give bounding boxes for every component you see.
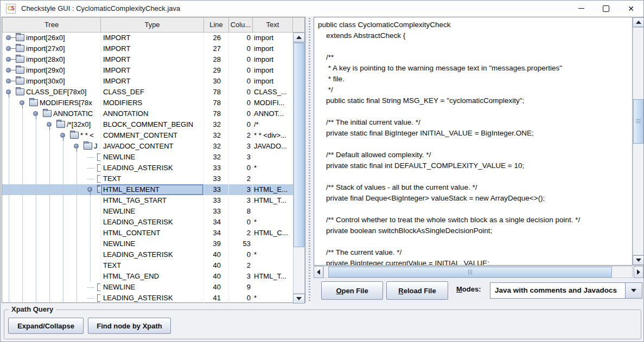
column-cell: 0 (229, 76, 253, 87)
expand-toggle-icon[interactable] (87, 187, 92, 192)
column-cell: 9 (229, 282, 253, 293)
tree-table-row[interactable]: NEWLINE409 (2, 282, 293, 293)
tree-guide-line (49, 228, 50, 238)
type-cell: LEADING_ASTERISK (101, 293, 204, 304)
collapse-toggle-icon[interactable] (6, 68, 11, 73)
tree-node-label: import[26x0] (26, 33, 65, 43)
header-cell-tree[interactable]: Tree (2, 17, 101, 33)
collapse-toggle-icon[interactable] (6, 35, 11, 40)
open-file-button[interactable]: Open File (321, 281, 383, 300)
tree-table-row[interactable]: import[28x0]IMPORT280import (2, 54, 293, 65)
find-node-by-xpath-button[interactable]: Find node by Xpath (88, 318, 171, 334)
tree-table-row[interactable]: HTML_ELEMENT333HTML_E... (2, 184, 293, 195)
editor-vscrollbar-thumb[interactable] (633, 99, 643, 144)
tree-cell: import[27x0] (2, 43, 101, 54)
reload-file-button[interactable]: Reload File (386, 281, 448, 300)
minimize-button[interactable] (569, 1, 594, 16)
tree-table-row[interactable]: TEXT332 (2, 173, 293, 184)
leaf-icon (97, 294, 101, 302)
tree-table-row[interactable]: import[29x0]IMPORT290import (2, 65, 293, 76)
tree-table-row[interactable]: NEWLINE3953 (2, 238, 293, 249)
code-text: public class CyclomaticComplexityCheck e… (314, 17, 632, 266)
editor-horizontal-scrollbar[interactable] (314, 266, 644, 278)
tree-guide-line (22, 163, 23, 173)
tree-table-row[interactable]: LEADING_ASTERISK410* (2, 293, 293, 304)
tree-table-row[interactable]: MODIFIERS[78xMODIFIERS780MODIFI... (2, 98, 293, 108)
tree-table-row[interactable]: NEWLINE338 (2, 206, 293, 217)
tree-table-row[interactable]: import[27x0]IMPORT270import (2, 43, 293, 54)
tree-scroll-down-button[interactable] (293, 294, 305, 304)
tree-table-row[interactable]: * * <COMMENT_CONTENT322* * <div>... (2, 130, 293, 141)
expand-toggle-icon[interactable] (6, 89, 11, 94)
tree-guide-line (22, 108, 23, 119)
dropdown-arrow-button[interactable] (625, 283, 642, 298)
tree-table-row[interactable]: JJAVADOC_CONTENT323JAVADO... (2, 141, 293, 152)
tree-guide-line (76, 195, 77, 206)
header-cell-type[interactable]: Type (101, 17, 204, 33)
tree-table-row[interactable]: HTML_TAG_START333HTML_T... (2, 195, 293, 206)
type-cell: HTML_CONTENT (101, 228, 204, 238)
type-cell: HTML_TAG_END (101, 271, 204, 282)
tree-guide-line (9, 184, 9, 195)
tree-table-row[interactable]: HTML_TAG_END403HTML_T... (2, 271, 293, 282)
tree-table-row[interactable]: TEXT402 (2, 260, 293, 271)
tree-scrollbar-thumb[interactable] (294, 43, 304, 247)
expand-toggle-icon[interactable] (60, 133, 65, 138)
editor-hscrollbar-track[interactable] (323, 266, 633, 278)
code-editor[interactable]: public class CyclomaticComplexityCheck e… (314, 17, 633, 266)
tree-table-row[interactable]: CLASS_DEF[78x0]CLASS_DEF780CLASS_... (2, 87, 293, 98)
tree-table-row[interactable]: LEADING_ASTERISK400* (2, 249, 293, 260)
editor-vscrollbar-track[interactable] (633, 27, 644, 255)
editor-scroll-up-button[interactable] (633, 17, 644, 27)
editor-hscrollbar-thumb[interactable] (328, 267, 612, 278)
tree-scrollbar-track[interactable] (293, 42, 305, 294)
tree-table-row[interactable]: /*[32x0]BLOCK_COMMENT_BEGIN320/* (2, 119, 293, 130)
tree-table-row[interactable]: NEWLINE323 (2, 152, 293, 163)
tree-table-row[interactable]: LEADING_ASTERISK330* (2, 163, 293, 173)
tree-scroll-up-button[interactable] (293, 33, 305, 42)
editor-scroll-down-button[interactable] (633, 255, 644, 265)
tree-vertical-scrollbar[interactable] (293, 33, 305, 304)
split-pane-divider[interactable] (305, 17, 314, 303)
type-cell: CLASS_DEF (101, 87, 204, 98)
tree-guide-line (76, 282, 77, 293)
tree-table-row[interactable]: import[30x0]IMPORT300import (2, 76, 293, 87)
text-cell: import (253, 65, 293, 76)
collapse-toggle-icon[interactable] (6, 57, 11, 62)
tree-cell: import[26x0] (2, 33, 101, 43)
tree-cell (2, 195, 101, 206)
folder-icon (97, 186, 101, 193)
collapse-toggle-icon[interactable] (6, 46, 11, 51)
tree-guide-line (9, 195, 9, 206)
header-cell-line[interactable]: Line (204, 17, 229, 33)
expand-toggle-icon[interactable] (20, 100, 24, 105)
editor-scroll-right-button[interactable] (634, 266, 643, 278)
header-cell-column[interactable]: Colu... (229, 17, 253, 33)
expand-toggle-icon[interactable] (74, 144, 79, 149)
tree-cell: ANNOTATIC (2, 108, 101, 119)
expand-toggle-icon[interactable] (33, 111, 38, 116)
tree-node-label: J (94, 141, 98, 152)
column-cell: 0 (229, 163, 253, 173)
type-cell: IMPORT (101, 43, 204, 54)
collapse-toggle-icon[interactable] (6, 79, 11, 83)
tree-table-row[interactable]: ANNOTATICANNOTATION780ANNOT... (2, 108, 293, 119)
modes-dropdown[interactable]: Java with comments and Javadocs (490, 282, 642, 299)
modes-dropdown-value: Java with comments and Javadocs (490, 283, 625, 298)
arrow-up-icon (636, 21, 641, 24)
tree-table-row[interactable]: import[26x0]IMPORT260import (2, 33, 293, 43)
tree-table-row[interactable]: HTML_CONTENT342HTML_C... (2, 228, 293, 238)
header-cell-text[interactable]: Text (253, 17, 293, 33)
maximize-button[interactable] (594, 1, 619, 16)
line-cell: 33 (204, 184, 229, 195)
tree-table-row[interactable]: LEADING_ASTERISK340* (2, 217, 293, 228)
editor-scroll-left-button[interactable] (314, 266, 323, 278)
editor-vertical-scrollbar[interactable] (632, 17, 644, 266)
folder-icon (84, 143, 92, 150)
expand-collapse-button[interactable]: Expand/Collapse (8, 318, 84, 334)
tree-node-label: import[30x0] (26, 76, 65, 87)
tree-node-label: MODIFIERS[78x (40, 98, 92, 108)
column-cell: 0 (229, 65, 253, 76)
expand-toggle-icon[interactable] (47, 122, 52, 127)
close-button[interactable]: ✕ (619, 1, 643, 16)
